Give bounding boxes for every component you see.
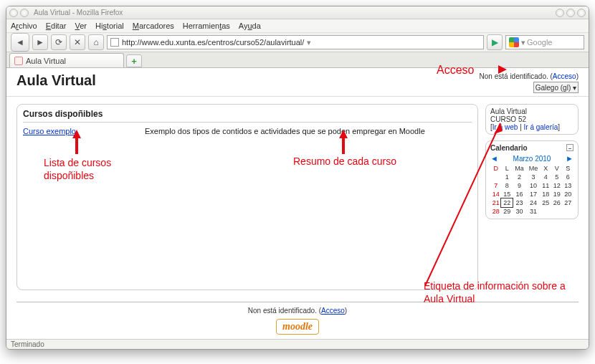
calendar-day[interactable]: 4 xyxy=(541,173,551,181)
tab-label: Aula Virtual xyxy=(26,57,66,65)
course-row: Curso exemplo Exemplo dos tipos de conti… xyxy=(23,127,472,135)
calendar-day[interactable]: 28 xyxy=(490,207,501,216)
browser-statusbar: Terminado xyxy=(6,339,589,349)
url-dropdown-icon[interactable]: ▾ xyxy=(307,38,311,47)
menu-editar[interactable]: Editar xyxy=(46,21,67,30)
calendar-day[interactable]: 15 xyxy=(501,190,512,198)
window-min-icon[interactable] xyxy=(20,9,29,17)
browser-tabstrip: Aula Virtual + xyxy=(6,52,589,68)
calendar-grid: DLMaMeXVS 123456789101112131415161718192… xyxy=(490,164,573,216)
course-link[interactable]: Curso exemplo xyxy=(23,127,130,135)
window-min2-icon[interactable] xyxy=(577,9,586,17)
login-link[interactable]: Acceso xyxy=(553,72,576,80)
course-description: Exemplo dos tipos de contidos e activida… xyxy=(145,127,472,135)
calendar-day[interactable]: 21 xyxy=(490,198,501,207)
calendar-day[interactable]: 12 xyxy=(551,181,562,190)
calendar-day[interactable]: 9 xyxy=(513,181,526,190)
moodle-logo[interactable]: moodle xyxy=(276,319,319,335)
calendar-day[interactable]: 26 xyxy=(551,198,562,207)
calendar-day[interactable]: 5 xyxy=(551,173,562,181)
nav-home-button[interactable]: ⌂ xyxy=(88,34,104,50)
menu-historial[interactable]: Historial xyxy=(95,21,124,30)
info-link-web[interactable]: Ir á web xyxy=(492,123,518,131)
menu-ayuda[interactable]: Ayuda xyxy=(239,21,261,30)
browser-menubar: Archivo Editar Ver Historial Marcadores … xyxy=(6,19,589,32)
calendar-day[interactable]: 31 xyxy=(526,207,540,216)
calendar-day[interactable]: 11 xyxy=(541,181,551,190)
calendar-day[interactable]: 24 xyxy=(526,198,540,207)
window-menu-icon[interactable] xyxy=(9,9,18,17)
nav-reload-button[interactable]: ⟳ xyxy=(51,34,67,50)
calendar-day xyxy=(490,173,501,181)
menu-archivo[interactable]: Archivo xyxy=(11,21,37,30)
browser-toolbar: ◄ ► ⟳ ✕ ⌂ http://www.edu.xunta.es/centro… xyxy=(6,32,589,52)
info-block: Aula Virtual CURSO 52 [Ir á web | Ir á g… xyxy=(485,104,579,135)
browser-tab[interactable]: Aula Virtual xyxy=(9,53,124,67)
calendar-day[interactable]: 29 xyxy=(501,207,512,216)
calendar-day[interactable]: 20 xyxy=(562,190,573,198)
calendar-day xyxy=(562,207,573,216)
window-close-icon[interactable] xyxy=(556,9,564,17)
calendar-prev-button[interactable]: ◄ xyxy=(490,154,498,163)
calendar-day[interactable]: 7 xyxy=(490,181,501,190)
calendar-month[interactable]: Marzo 2010 xyxy=(513,155,551,163)
calendar-day[interactable]: 16 xyxy=(513,190,526,198)
calendar-day[interactable]: 27 xyxy=(562,198,573,207)
courses-box: Cursos dispoñibles Curso exemplo Exemplo… xyxy=(16,104,478,290)
footer-login-text: Non está identificado. xyxy=(248,307,317,315)
tab-favicon-icon xyxy=(14,57,23,65)
page-title: Aula Virtual xyxy=(16,72,96,89)
calendar-day[interactable]: 14 xyxy=(490,190,501,198)
nav-stop-button[interactable]: ✕ xyxy=(70,34,85,50)
calendar-day[interactable]: 22 xyxy=(501,198,512,207)
calendar-day[interactable]: 13 xyxy=(562,181,573,190)
calendar-day[interactable]: 30 xyxy=(513,207,526,216)
calendar-dow: V xyxy=(551,164,562,173)
calendar-next-button[interactable]: ► xyxy=(566,154,573,163)
menu-marcadores[interactable]: Marcadores xyxy=(133,21,174,30)
calendar-day[interactable]: 3 xyxy=(526,173,540,181)
window-max-icon[interactable] xyxy=(566,9,575,17)
page-favicon-icon xyxy=(110,38,119,47)
calendar-day[interactable]: 19 xyxy=(551,190,562,198)
calendar-day[interactable]: 2 xyxy=(513,173,526,181)
new-tab-button[interactable]: + xyxy=(126,54,142,67)
calendar-dow: D xyxy=(490,164,501,173)
calendar-collapse-icon[interactable]: – xyxy=(566,144,573,151)
courses-heading: Cursos dispoñibles xyxy=(23,109,472,123)
page-content: Aula Virtual Non está identificado. (Acc… xyxy=(6,68,589,339)
calendar-dow: S xyxy=(562,164,573,173)
calendar-title: Calendario xyxy=(490,144,528,152)
calendar-day[interactable]: 6 xyxy=(562,173,573,181)
calendar-day[interactable]: 25 xyxy=(541,198,551,207)
calendar-day[interactable]: 17 xyxy=(526,190,540,198)
calendar-day[interactable]: 8 xyxy=(501,181,512,190)
info-link-galeria[interactable]: Ir á galería xyxy=(524,123,558,131)
calendar-dow: L xyxy=(501,164,512,173)
search-bar[interactable]: ▾ Google xyxy=(505,35,584,49)
window-title: Aula Virtual - Mozilla Firefox xyxy=(34,9,123,16)
language-select[interactable]: Galego (gl) ▾ xyxy=(533,82,579,93)
nav-forward-button[interactable]: ► xyxy=(32,34,48,50)
menu-ver[interactable]: Ver xyxy=(75,21,87,30)
calendar-day[interactable]: 23 xyxy=(513,198,526,207)
calendar-block: Calendario – ◄ Marzo 2010 ► DLMaMeXVS 12… xyxy=(485,140,579,219)
menu-herramientas[interactable]: Herramientas xyxy=(183,21,230,30)
nav-go-button[interactable]: ▶ xyxy=(487,34,503,50)
url-text: http://www.edu.xunta.es/centros/curso52/… xyxy=(122,38,304,47)
url-bar[interactable]: http://www.edu.xunta.es/centros/curso52/… xyxy=(107,35,484,49)
calendar-day xyxy=(551,207,562,216)
google-favicon-icon xyxy=(509,37,519,47)
info-line1: Aula Virtual xyxy=(490,107,573,115)
info-line2: CURSO 52 xyxy=(490,115,573,123)
footer-login-link[interactable]: Acceso xyxy=(321,307,345,315)
nav-back-button[interactable]: ◄ xyxy=(11,33,29,52)
calendar-day[interactable]: 1 xyxy=(501,173,512,181)
window-titlebar: Aula Virtual - Mozilla Firefox xyxy=(6,6,589,19)
search-placeholder: Google xyxy=(527,38,552,47)
page-header: Aula Virtual Non está identificado. (Acc… xyxy=(6,68,589,97)
calendar-dow: Ma xyxy=(513,164,526,173)
status-text: Terminado xyxy=(11,340,44,348)
calendar-day[interactable]: 18 xyxy=(541,190,551,198)
calendar-day[interactable]: 10 xyxy=(526,181,540,190)
